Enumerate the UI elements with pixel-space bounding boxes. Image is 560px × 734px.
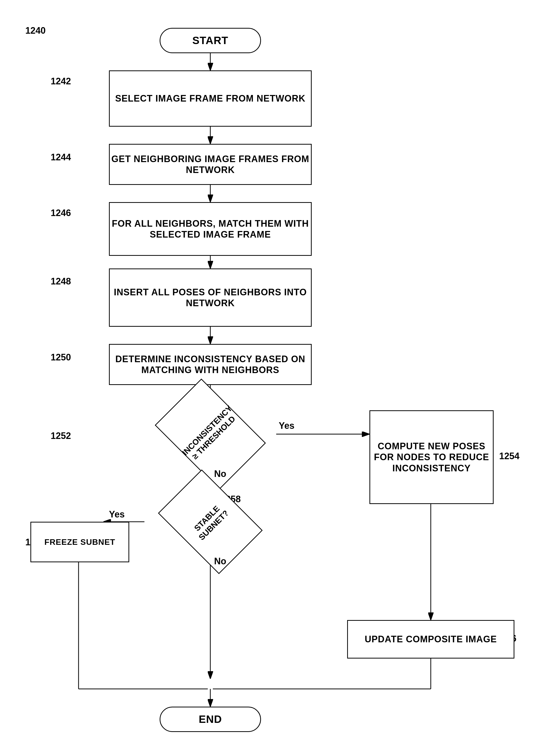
node-1260: FREEZE SUBNET: [30, 522, 129, 562]
end-node: END: [160, 707, 261, 732]
node-1248: INSERT ALL POSES OF NEIGHBORS INTO NETWO…: [109, 269, 312, 327]
node-1250: DETERMINE INCONSISTENCY BASED ON MATCHIN…: [109, 344, 312, 385]
node-1256: UPDATE COMPOSITE IMAGE: [347, 620, 514, 658]
node-1254: COMPUTE NEW POSES FOR NODES TO REDUCE IN…: [369, 410, 494, 504]
label-1254: 1254: [499, 451, 519, 461]
label-1246: 1246: [51, 208, 71, 218]
node-1242: SELECT IMAGE FRAME FROM NETWORK: [109, 70, 312, 127]
yes-label-1252: Yes: [279, 420, 294, 431]
label-1248: 1248: [51, 276, 71, 287]
start-node: START: [160, 28, 261, 53]
no-label-1258: No: [214, 556, 226, 567]
yes-label-1258: Yes: [109, 509, 125, 520]
diagram-label: 1240: [25, 25, 46, 36]
node-1246: FOR ALL NEIGHBORS, MATCH THEM WITH SELEC…: [109, 202, 312, 256]
node-1258-diamond-container: STABLE SUBNET?: [144, 491, 276, 553]
label-1250: 1250: [51, 352, 71, 363]
label-1242: 1242: [51, 76, 71, 87]
node-1244: GET NEIGHBORING IMAGE FRAMES FROM NETWOR…: [109, 144, 312, 185]
no-label-1252: No: [214, 468, 226, 479]
label-1244: 1244: [51, 152, 71, 163]
label-1252: 1252: [51, 430, 71, 441]
flowchart-container: 1240 START 1242 SELECT IMAGE FRAME FROM …: [0, 0, 560, 734]
node-1252-diamond-container: INCONSISTENCY ≥ THRESHOLD: [144, 402, 276, 466]
